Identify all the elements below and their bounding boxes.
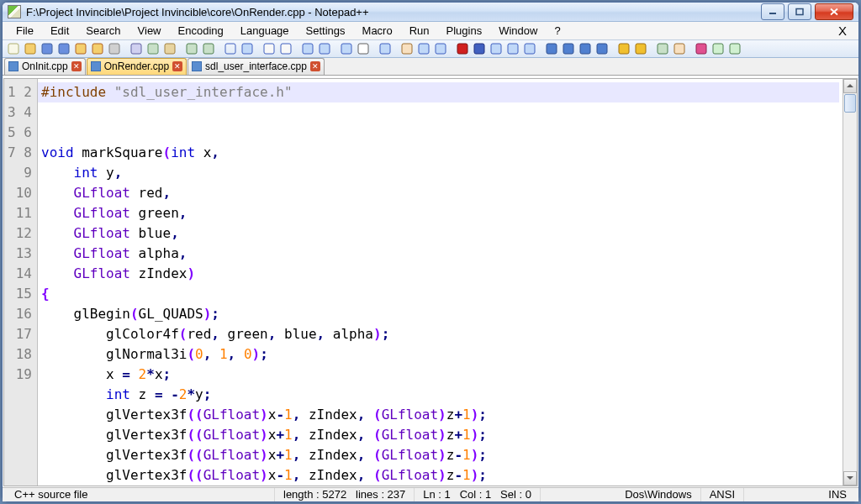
save-macro-icon[interactable]: [522, 41, 537, 56]
svg-rect-4: [8, 44, 18, 54]
minimize-button[interactable]: [761, 3, 784, 20]
close-all-icon[interactable]: [90, 41, 105, 56]
save-icon[interactable]: [40, 41, 55, 56]
tab-OnInit-cpp[interactable]: OnInit.cpp✕: [4, 58, 86, 75]
tri-yel-l-icon[interactable]: [616, 41, 631, 56]
secondary-close-button[interactable]: X: [832, 22, 853, 39]
cut-icon[interactable]: [129, 41, 144, 56]
doc-map-icon[interactable]: [416, 41, 431, 56]
tri-yel-r-icon[interactable]: [633, 41, 648, 56]
tri-blue-l-icon[interactable]: [544, 41, 559, 56]
close-window-button[interactable]: [815, 3, 853, 20]
show-all-icon[interactable]: [356, 41, 371, 56]
redo-icon[interactable]: [201, 41, 216, 56]
menu-settings[interactable]: Settings: [298, 23, 354, 39]
file-icon: [91, 61, 101, 71]
open-file-icon[interactable]: [23, 41, 38, 56]
svg-rect-17: [242, 44, 252, 54]
title-bar[interactable]: F:\Project Invincible\Project Invincible…: [3, 3, 858, 22]
word-wrap-icon[interactable]: [339, 41, 354, 56]
status-filetype: C++ source file: [6, 488, 275, 501]
menu-file[interactable]: File: [8, 23, 42, 39]
menu-window[interactable]: Window: [490, 23, 546, 39]
udl-icon[interactable]: [399, 41, 415, 56]
svg-rect-25: [402, 44, 412, 54]
menu-macro[interactable]: Macro: [354, 23, 401, 39]
file-icon: [192, 61, 202, 71]
copy-icon[interactable]: [145, 41, 161, 56]
menu-edit[interactable]: Edit: [42, 23, 77, 39]
svg-rect-16: [225, 44, 235, 54]
editor[interactable]: 1 2 3 4 5 6 7 8 9 10 11 12 13 14 15 16 1…: [3, 78, 858, 486]
tab-label: sdl_user_interface.cpp: [205, 60, 307, 72]
save-all-icon[interactable]: [56, 41, 71, 56]
tri-blue-r-icon[interactable]: [594, 41, 610, 56]
stop-icon[interactable]: [472, 41, 487, 56]
uncomment-icon[interactable]: [672, 41, 687, 56]
menu-run[interactable]: Run: [401, 23, 438, 39]
tab-close-button[interactable]: ✕: [310, 61, 320, 71]
tab-close-button[interactable]: ✕: [71, 61, 82, 71]
indent-guide-icon[interactable]: [378, 41, 393, 56]
bug-icon[interactable]: [694, 41, 709, 56]
svg-rect-32: [525, 44, 535, 54]
tri-blue-u-icon[interactable]: [561, 41, 576, 56]
scroll-thumb[interactable]: [844, 94, 856, 113]
play-multi-icon[interactable]: [505, 41, 520, 56]
tab-bar: OnInit.cpp✕OnRender.cpp✕sdl_user_interfa…: [3, 58, 858, 76]
tab-label: OnInit.cpp: [22, 60, 68, 72]
code-view[interactable]: #include "sdl_user_interface.h" void mar…: [38, 79, 843, 486]
record-icon[interactable]: [455, 41, 470, 56]
close-icon[interactable]: [73, 41, 88, 56]
file-icon: [8, 61, 18, 71]
svg-rect-43: [730, 44, 740, 54]
vertical-scrollbar[interactable]: [843, 79, 857, 486]
play-icon[interactable]: [489, 41, 504, 56]
menu-view[interactable]: View: [129, 23, 170, 39]
spell-icon[interactable]: [710, 41, 726, 56]
tri-blue-d-icon[interactable]: [578, 41, 593, 56]
svg-rect-12: [148, 44, 158, 54]
svg-marker-45: [847, 476, 853, 480]
menu-search[interactable]: Search: [77, 23, 129, 39]
status-length: length : 5272 lines : 237: [275, 488, 415, 501]
status-pos: Ln : 1 Col : 1 Sel : 0: [415, 488, 541, 501]
func-list-icon[interactable]: [433, 41, 448, 56]
svg-rect-35: [580, 44, 590, 54]
svg-rect-7: [59, 44, 69, 54]
menu-help[interactable]: ?: [546, 23, 568, 39]
undo-icon[interactable]: [184, 41, 199, 56]
sync-h-icon[interactable]: [317, 41, 332, 56]
scroll-down-button[interactable]: [843, 471, 857, 486]
svg-rect-5: [25, 44, 35, 54]
find-icon[interactable]: [223, 41, 238, 56]
new-file-icon[interactable]: [6, 41, 21, 56]
svg-rect-24: [380, 44, 390, 54]
svg-rect-36: [597, 44, 607, 54]
maximize-button[interactable]: [788, 3, 811, 20]
menu-language[interactable]: Language: [232, 23, 298, 39]
scroll-up-button[interactable]: [843, 79, 857, 93]
svg-rect-34: [563, 44, 573, 54]
sync-v-icon[interactable]: [300, 41, 315, 56]
menu-plugins[interactable]: Plugins: [438, 23, 491, 39]
print-icon[interactable]: [107, 41, 122, 56]
tab-sdl_user_interface-cpp[interactable]: sdl_user_interface.cpp✕: [188, 58, 325, 75]
svg-rect-27: [436, 44, 446, 54]
zoom-in-icon[interactable]: [261, 41, 277, 56]
svg-rect-38: [636, 44, 646, 54]
tab-OnRender-cpp[interactable]: OnRender.cpp✕: [87, 58, 187, 75]
menu-encoding[interactable]: Encoding: [170, 23, 232, 39]
scroll-track[interactable]: [843, 93, 857, 471]
spell-abc-icon[interactable]: [727, 41, 742, 56]
tab-close-button[interactable]: ✕: [172, 61, 182, 71]
comment-icon[interactable]: [655, 41, 670, 56]
paste-icon[interactable]: [162, 41, 177, 56]
svg-rect-39: [658, 44, 668, 54]
svg-rect-30: [491, 44, 501, 54]
status-bar: C++ source file length : 5272 lines : 23…: [3, 487, 858, 501]
replace-icon[interactable]: [240, 41, 255, 56]
editor-area: 1 2 3 4 5 6 7 8 9 10 11 12 13 14 15 16 1…: [3, 76, 858, 487]
line-gutter: 1 2 3 4 5 6 7 8 9 10 11 12 13 14 15 16 1…: [4, 79, 38, 486]
zoom-out-icon[interactable]: [278, 41, 293, 56]
